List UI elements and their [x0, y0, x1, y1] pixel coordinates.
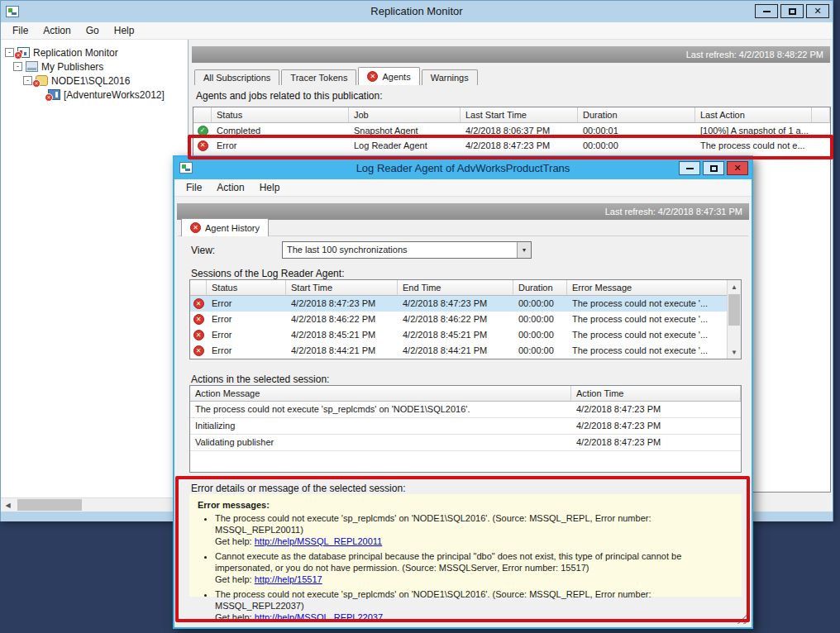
header-job[interactable]: Job: [349, 107, 461, 123]
header-status[interactable]: Status: [207, 280, 286, 296]
session-row[interactable]: ✕ Error 4/2/2018 8:46:22 PM 4/2/2018 8:4…: [190, 312, 728, 327]
minimize-icon: [763, 11, 771, 12]
publisher-tree-panel: ✕ Replication Monitor My Publishers ✕ NO…: [1, 40, 189, 512]
help-link[interactable]: http://help/MSSQL_REPL20011: [255, 536, 383, 546]
log-reader-agent-dialog: Log Reader Agent of AdvWorksProductTrans…: [173, 155, 753, 629]
header-status-icon[interactable]: [193, 107, 212, 123]
scroll-left-button[interactable]: ◀: [1, 498, 15, 512]
minimize-icon: [686, 168, 694, 169]
server-error-icon: ✕: [36, 75, 48, 86]
error-icon: ✕: [193, 330, 204, 340]
dialog-icon: [179, 162, 193, 174]
last-refresh-status: Last refresh: 4/2/2018 8:48:22 PM: [192, 46, 830, 63]
error-messages-list: The process could not execute 'sp_replcm…: [203, 512, 733, 623]
agent-row-log-reader[interactable]: ✕ Error Log Reader Agent 4/2/2018 8:47:2…: [193, 138, 830, 153]
dialog-menu-bar: File Action Help: [174, 179, 752, 197]
header-error-message[interactable]: Error Message: [567, 280, 728, 296]
agent-history-tabs: ✕ Agent History: [181, 218, 270, 236]
tab-tracer-tokens[interactable]: Tracer Tokens: [281, 69, 356, 85]
error-messages-title: Error messages:: [198, 499, 733, 511]
maximize-button[interactable]: [703, 161, 724, 175]
header-last-action[interactable]: Last Action: [695, 107, 812, 123]
menu-help[interactable]: Help: [107, 22, 142, 40]
error-details-caption: Error details or message of the selected…: [191, 483, 405, 494]
tree-item-replication-monitor[interactable]: ✕ Replication Monitor: [1, 45, 188, 59]
error-icon: ✕: [190, 222, 201, 233]
header-duration[interactable]: Duration: [513, 280, 567, 296]
horizontal-scrollbar[interactable]: ◀ ▶: [1, 497, 187, 512]
tree-item-adventureworks2012[interactable]: ✕ [AdventureWorks2012]: [1, 88, 188, 102]
error-message-item: The process could not execute 'sp_replcm…: [215, 588, 733, 623]
success-icon: ✓: [198, 126, 208, 136]
maximize-button[interactable]: [780, 4, 804, 18]
scrollbar-track[interactable]: [15, 498, 173, 512]
menu-action[interactable]: Action: [36, 22, 78, 40]
publishers-icon: [26, 61, 38, 72]
header-status[interactable]: Status: [212, 107, 349, 123]
tree-item-my-publishers[interactable]: My Publishers: [1, 59, 188, 74]
scrollbar-thumb[interactable]: [17, 499, 82, 511]
error-badge-icon: ✕: [32, 79, 41, 88]
header-status-icon[interactable]: [190, 280, 207, 296]
error-message-item: Cannot execute as the database principal…: [215, 550, 733, 585]
view-label: View:: [191, 245, 215, 256]
action-row[interactable]: Initializing 4/2/2018 8:47:23 PM: [190, 418, 741, 435]
header-filler: [812, 107, 830, 123]
header-last-start-time[interactable]: Last Start Time: [461, 107, 578, 123]
action-row[interactable]: Validating publisher 4/2/2018 8:47:23 PM: [190, 435, 741, 451]
menu-file[interactable]: File: [179, 179, 209, 197]
help-link[interactable]: http://help/MSSQL_REPL22037: [255, 612, 383, 622]
scroll-up-button[interactable]: ▲: [728, 280, 741, 293]
tree-collapse-icon[interactable]: [5, 48, 14, 57]
tab-all-subscriptions[interactable]: All Subscriptions: [194, 69, 279, 85]
close-button[interactable]: ✕: [727, 161, 748, 175]
scrollbar-thumb[interactable]: [728, 294, 740, 326]
scroll-down-button[interactable]: ▼: [728, 345, 741, 359]
close-button[interactable]: ✕: [806, 4, 829, 18]
agents-table-header: Status Job Last Start Time Duration Last…: [193, 107, 830, 123]
menu-go[interactable]: Go: [79, 22, 107, 40]
publication-error-icon: ✕: [48, 89, 60, 100]
window-title: Replication Monitor: [1, 1, 833, 22]
minimize-button[interactable]: [679, 161, 700, 175]
sessions-caption: Sessions of the Log Reader Agent:: [191, 268, 344, 279]
tree-item-node1-sql2016[interactable]: ✕ NODE1\SQL2016: [1, 74, 188, 88]
action-row[interactable]: The process could not execute 'sp_replcm…: [190, 402, 741, 418]
header-action-time[interactable]: Action Time: [571, 386, 741, 402]
close-icon: ✕: [733, 164, 741, 173]
menu-help[interactable]: Help: [252, 179, 288, 197]
maximize-icon: [789, 8, 796, 15]
header-end-time[interactable]: End Time: [398, 280, 513, 296]
view-dropdown-value: The last 100 synchronizations: [283, 242, 517, 258]
tab-agent-history[interactable]: ✕ Agent History: [181, 218, 269, 236]
chevron-down-icon[interactable]: ▼: [517, 242, 531, 258]
header-start-time[interactable]: Start Time: [286, 280, 398, 296]
tree-collapse-icon[interactable]: [23, 76, 32, 85]
tree-collapse-icon[interactable]: [13, 62, 22, 71]
error-message-item: The process could not execute 'sp_replcm…: [215, 512, 733, 547]
last-refresh-status: Last refresh: 4/2/2018 8:47:31 PM: [177, 203, 749, 220]
close-icon: ✕: [814, 7, 821, 16]
session-row[interactable]: ✕ Error 4/2/2018 8:44:21 PM 4/2/2018 8:4…: [190, 343, 728, 359]
header-duration[interactable]: Duration: [578, 107, 695, 123]
actions-table-header: Action Message Action Time: [190, 386, 741, 402]
view-dropdown[interactable]: The last 100 synchronizations ▼: [282, 241, 532, 259]
app-icon: [6, 6, 19, 17]
header-action-message[interactable]: Action Message: [190, 386, 571, 402]
replication-monitor-icon: ✕: [17, 47, 30, 58]
session-row[interactable]: ✕ Error 4/2/2018 8:47:23 PM 4/2/2018 8:4…: [190, 296, 728, 312]
agent-row-snapshot[interactable]: ✓ Completed Snapshot Agent 4/2/2018 8:06…: [193, 123, 830, 138]
resize-grip[interactable]: [737, 612, 748, 624]
session-row[interactable]: ✕ Error 4/2/2018 8:45:21 PM 4/2/2018 8:4…: [190, 327, 728, 343]
menu-action[interactable]: Action: [209, 179, 251, 197]
tab-warnings[interactable]: Warnings: [422, 69, 478, 85]
vertical-scrollbar[interactable]: ▲ ▼: [727, 280, 741, 359]
menu-file[interactable]: File: [5, 22, 36, 40]
error-icon: ✕: [193, 314, 204, 325]
help-link[interactable]: http://help/15517: [255, 574, 322, 584]
actions-caption: Actions in the selected session:: [191, 374, 329, 385]
error-badge-icon: ✕: [45, 93, 53, 102]
minimize-button[interactable]: [755, 4, 778, 18]
tab-agents[interactable]: ✕ Agents: [358, 67, 419, 85]
sessions-table: Status Start Time End Time Duration Erro…: [189, 279, 742, 359]
